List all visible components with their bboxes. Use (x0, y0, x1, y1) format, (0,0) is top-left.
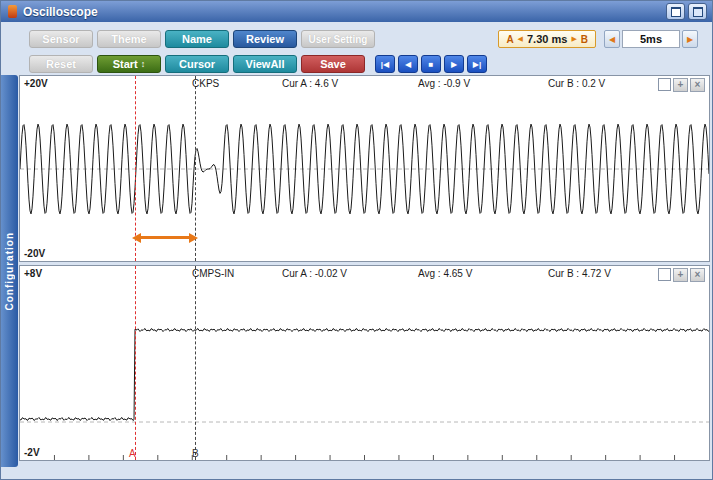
channel-name-label: CMPS-IN (192, 268, 234, 279)
name-button[interactable]: Name (165, 30, 229, 48)
average-value: Avg : 4.65 V (418, 268, 472, 279)
reset-button[interactable]: Reset (29, 55, 93, 73)
toolbar: Sensor Theme Name Review User Setting A … (1, 22, 712, 73)
cursor-delta-display: A ◀ 7.30 ms ▶ B (498, 30, 596, 48)
channel-visibility-checkbox[interactable] (658, 268, 671, 281)
range-max-label: +20V (24, 78, 48, 89)
channel-close-icon[interactable]: × (690, 268, 705, 282)
time-controls: A ◀ 7.30 ms ▶ B ◀ 5ms ▶ (498, 30, 698, 48)
cursor-delta-arrow (140, 236, 190, 239)
start-spinner-icon: ↕ (141, 60, 146, 69)
step-back-button[interactable]: ◀ (398, 55, 418, 73)
channel-move-icon[interactable]: + (673, 78, 688, 92)
right-triangle-icon: ▶ (571, 35, 576, 43)
channel-stack: +20V CKPS Cur A : 4.6 V Avg : -0.9 V Cur… (18, 75, 712, 467)
skip-start-button[interactable]: |◀ (375, 55, 395, 73)
average-value: Avg : -0.9 V (418, 78, 470, 89)
cursor-b-value: Cur B : 0.2 V (548, 78, 605, 89)
cursor-b-tag: B (581, 34, 588, 45)
review-button[interactable]: Review (233, 30, 297, 48)
cursor-button[interactable]: Cursor (165, 55, 229, 73)
configuration-tab[interactable]: Configuration (1, 75, 18, 467)
user-setting-button[interactable]: User Setting (301, 30, 375, 48)
channel-visibility-checkbox[interactable] (658, 78, 671, 91)
theme-button[interactable]: Theme (97, 30, 161, 48)
cursor-a-value: Cur A : -0.02 V (282, 268, 347, 279)
left-triangle-icon: ◀ (518, 35, 523, 43)
channel-panel-ckps: +20V CKPS Cur A : 4.6 V Avg : -0.9 V Cur… (19, 75, 710, 262)
toolbar-row-1: Sensor Theme Name Review User Setting A … (29, 30, 702, 48)
cmps-waveform (20, 266, 709, 461)
stop-button[interactable]: ■ (421, 55, 441, 73)
start-button[interactable]: Start ↕ (97, 55, 161, 73)
titlebar: Oscilloscope (1, 1, 712, 22)
minimize-button[interactable] (688, 3, 707, 20)
configuration-tab-label: Configuration (4, 232, 15, 311)
app-icon (8, 5, 17, 18)
channel-move-icon[interactable]: + (673, 268, 688, 282)
skip-end-button[interactable]: ▶| (467, 55, 487, 73)
time-axis-ticks (54, 455, 674, 460)
minimize-icon (693, 7, 703, 17)
cursor-a-value: Cur A : 4.6 V (282, 78, 338, 89)
window-title: Oscilloscope (23, 5, 663, 19)
cursor-b-line[interactable] (195, 266, 196, 460)
channel-controls: + × (658, 78, 705, 92)
start-button-label: Start (113, 56, 138, 73)
delta-time-value: 7.30 ms (527, 33, 567, 45)
playback-controls: |◀ ◀ ■ ▶ ▶| (375, 55, 487, 73)
cursor-b-value: Cur B : 4.72 V (548, 268, 611, 279)
timebase-value: 5ms (622, 30, 680, 48)
toolbar-row-2: Reset Start ↕ Cursor ViewAll Save |◀ ◀ ■… (29, 55, 702, 73)
play-button[interactable]: ▶ (444, 55, 464, 73)
save-button[interactable]: Save (301, 55, 365, 73)
cursor-a-tag: A (506, 34, 513, 45)
cursor-a-bottom-label: A (129, 448, 136, 459)
cursor-a-line[interactable] (135, 266, 136, 460)
range-max-label: +8V (24, 268, 42, 279)
sensor-button[interactable]: Sensor (29, 30, 93, 48)
cursor-b-bottom-label: B (192, 448, 199, 459)
channel-name-label: CKPS (192, 78, 219, 89)
channel-panel-cmps: +8V CMPS-IN Cur A : -0.02 V Avg : 4.65 V… (19, 265, 710, 461)
range-min-label: -20V (24, 248, 45, 259)
main-area: Configuration +20V CKPS Cur A : 4.6 V Av… (1, 75, 712, 467)
channel-controls: + × (658, 268, 705, 282)
timebase-decrease-button[interactable]: ◀ (604, 30, 620, 48)
ckps-waveform (20, 76, 709, 260)
oscilloscope-window: Oscilloscope Sensor Theme Name Review Us… (0, 0, 713, 480)
restore-button[interactable] (666, 3, 685, 20)
waveform-path (20, 328, 709, 420)
timebase-increase-button[interactable]: ▶ (682, 30, 698, 48)
range-min-label: -2V (24, 447, 40, 458)
viewall-button[interactable]: ViewAll (233, 55, 297, 73)
restore-icon (671, 7, 681, 17)
channel-close-icon[interactable]: × (690, 78, 705, 92)
